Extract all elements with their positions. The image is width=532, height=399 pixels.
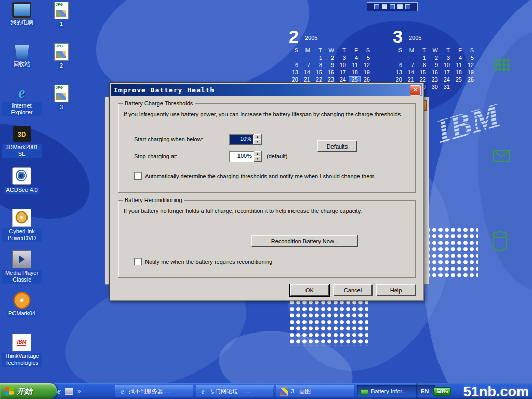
calendar-day: 12 — [361, 62, 373, 69]
checkbox-label: Notify me when the battery requires reco… — [145, 259, 272, 265]
quick-launch-bar: e » — [55, 383, 83, 399]
stop-charging-value[interactable]: 100% — [229, 151, 254, 162]
desktop-icon-3dmark2001[interactable]: 3D 3DMark2001 SE — [2, 126, 42, 167]
desktop-icon-acdsee[interactable]: ACDSee 4.0 — [2, 167, 42, 209]
desktop-file-1[interactable]: JPG 1 — [46, 1, 77, 43]
calendar-day — [405, 55, 417, 62]
calendar-day-header: T — [417, 47, 429, 55]
start-charging-spinner[interactable]: 10% ▲ ▼ — [229, 134, 262, 145]
calendar-day: 18 — [453, 69, 464, 76]
desktop-icon-recycle-bin[interactable]: 回收站 — [2, 43, 42, 84]
calendar-day: 17 — [337, 69, 349, 76]
desktop-icon-internet-explorer[interactable]: e Internet Explorer — [2, 84, 42, 126]
calendar-day: 24 — [441, 76, 453, 84]
calendar-month: 2 — [289, 28, 299, 45]
language-indicator[interactable]: EN — [421, 388, 429, 394]
calendar-day: 19 — [361, 69, 373, 76]
auto-thresholds-checkbox-row[interactable]: Automatically determine the charging thr… — [134, 172, 374, 180]
desktop-icon-pcmark04[interactable]: PCMark04 — [2, 292, 42, 334]
group-label: Battery Reconditioning — [123, 197, 184, 203]
quick-launch-ie-icon[interactable]: e — [57, 387, 61, 396]
calendar-day: 9 — [325, 62, 337, 69]
calendar-day: 7 — [405, 62, 417, 69]
thinkvantage-icon: IBM — [12, 334, 31, 351]
jpg-file-icon: JPG — [54, 2, 69, 19]
thinklight-icon — [374, 4, 379, 9]
spin-down-button[interactable]: ▼ — [254, 156, 261, 162]
calendar-day: 4 — [453, 55, 464, 62]
task-button-area: e 找不到服务器.... e 专门网论坛 - .... 3 - 画图 Batte… — [115, 385, 435, 397]
keyboard-icon — [405, 4, 410, 9]
ok-button[interactable]: OK — [290, 284, 329, 296]
checkbox-label: Automatically determine the charging thr… — [145, 173, 374, 179]
close-button[interactable]: × — [410, 85, 421, 96]
watermark: 51nb.com — [463, 384, 529, 399]
show-desktop-icon[interactable] — [65, 388, 73, 395]
calendar-day: 4 — [349, 55, 361, 62]
close-icon: × — [414, 86, 417, 94]
calendar-day — [453, 84, 464, 91]
jpg-thumbnail — [56, 51, 66, 58]
calendar-day — [301, 55, 313, 62]
calendar-day-header: T — [441, 47, 453, 55]
group-label: Battery Charge Thresholds — [123, 100, 195, 107]
calendar-day: 7 — [301, 62, 313, 69]
checkbox[interactable] — [134, 258, 142, 265]
wallpaper-toolbar-graphic — [367, 2, 418, 11]
calendar-day-header: T — [337, 47, 349, 55]
calendar-day-header: T — [313, 47, 325, 55]
taskbar-task-ie-2[interactable]: e 专门网论坛 - .... — [196, 385, 274, 397]
start-charging-value[interactable]: 10% — [230, 135, 253, 144]
cancel-button[interactable]: Cancel — [333, 284, 373, 296]
checkbox[interactable] — [134, 172, 142, 180]
calendar-day: 10 — [337, 62, 349, 69]
calendar-title: 3 2005 — [393, 28, 476, 45]
desktop-icon-label: ThinkVantage Technologies — [2, 353, 42, 367]
notify-reconditioning-checkbox-row[interactable]: Notify me when the battery requires reco… — [134, 258, 272, 265]
calendar-day: 6 — [289, 62, 301, 69]
desktop-icon-label: 我的电脑 — [9, 19, 35, 26]
calendar-day: 15 — [313, 69, 325, 76]
calendar-day: 10 — [441, 62, 453, 69]
calendar-day: 16 — [429, 69, 441, 76]
calendar-day-header: W — [429, 47, 441, 55]
taskbar-task-ie-1[interactable]: e 找不到服务器.... — [115, 385, 193, 397]
spin-down-button[interactable]: ▼ — [254, 139, 261, 144]
ie-e-glyph: e — [18, 84, 25, 101]
defaults-button[interactable]: Defaults — [317, 140, 357, 152]
desktop-icon-my-computer[interactable]: 我的电脑 — [2, 1, 42, 43]
calendar-day: 15 — [417, 69, 429, 76]
spinner-buttons: ▲ ▼ — [254, 151, 261, 162]
svg-text:IBM: IBM — [432, 96, 506, 150]
help-button[interactable]: Help — [376, 284, 416, 296]
dialog-button-row: OK Cancel Help — [290, 284, 416, 296]
calendar-day: 8 — [417, 62, 429, 69]
tray-battery-indicator[interactable]: 58% — [433, 387, 451, 396]
paint-icon — [280, 387, 288, 396]
taskbar-task-paint[interactable]: 3 - 画图 — [276, 385, 354, 397]
jpg-file-icon: JPG — [54, 85, 69, 102]
desktop-icon-label: CyberLink PowerDVD — [2, 228, 42, 242]
chevron-overflow-icon[interactable]: » — [77, 388, 81, 395]
calendar-day: 3 — [441, 55, 453, 62]
desktop-icon-media-player-classic[interactable]: Media Player Classic — [2, 250, 42, 292]
spin-up-button[interactable]: ▲ — [254, 151, 261, 156]
recondition-battery-button[interactable]: Recondition Battery Now... — [251, 235, 358, 247]
jpg-badge: JPG — [56, 44, 63, 48]
desktop-icon-thinkvantage[interactable]: IBM ThinkVantage Technologies — [2, 334, 42, 375]
windows-logo-icon — [5, 387, 14, 395]
desktop-file-3[interactable]: JPG 3 — [46, 84, 77, 126]
desktop-file-2[interactable]: JPG 2 — [46, 43, 77, 84]
dialog-titlebar[interactable]: Improve Battery Health × — [111, 84, 422, 96]
spin-up-button[interactable]: ▲ — [254, 134, 261, 139]
stop-charging-spinner[interactable]: 100% ▲ ▼ — [229, 151, 262, 162]
calendar-year: 2005 — [406, 35, 421, 41]
calendar-day: 9 — [429, 62, 441, 69]
calendar-day: 1 — [313, 55, 325, 62]
start-button[interactable]: 开始 — [0, 383, 57, 399]
wallpaper-calendar-march: 3 2005 SMTWTFS12345678910111213141516171… — [393, 28, 476, 91]
calendar-day: 25 — [453, 76, 464, 84]
desktop-icon-powerdvd[interactable]: CyberLink PowerDVD — [2, 209, 42, 250]
calendar-day: 11 — [349, 62, 361, 69]
calendar-day: 2 — [429, 55, 441, 62]
